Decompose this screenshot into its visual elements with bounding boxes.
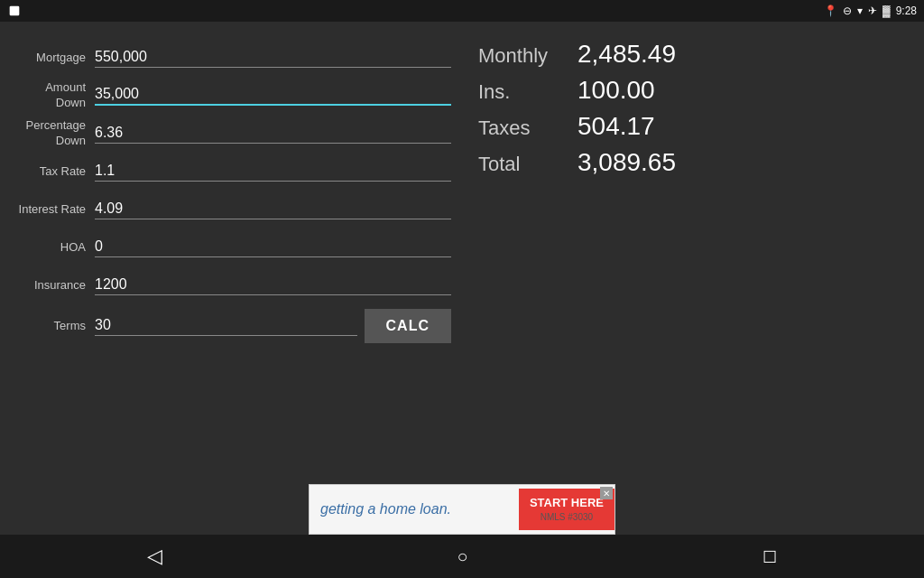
ad-button-line1: START HERE: [530, 496, 604, 509]
amount-down-input-container: [95, 86, 451, 106]
monthly-row: Monthly 2,485.49: [478, 40, 906, 69]
tax-rate-input-container: [95, 163, 451, 182]
insurance-input-container: [95, 276, 451, 295]
percentage-down-input[interactable]: [95, 125, 451, 141]
form-panel: Mortgage AmountDown PercentageDown Tax R…: [0, 31, 460, 471]
percentage-down-label: PercentageDown: [9, 118, 95, 149]
location-icon: 📍: [824, 5, 837, 17]
ad-button-line2: NMLS #3030: [530, 511, 604, 523]
nav-bar: [0, 535, 924, 578]
ad-text: getting a home loan.: [310, 494, 519, 525]
taxes-label: Taxes: [478, 117, 578, 140]
tax-rate-row: Tax Rate: [9, 154, 451, 190]
home-button[interactable]: [457, 545, 467, 568]
insurance-input[interactable]: [95, 276, 451, 293]
monthly-value: 2,485.49: [578, 40, 676, 69]
hoa-input[interactable]: [95, 238, 451, 255]
insurance-row: Insurance: [9, 267, 451, 303]
total-row: Total 3,089.65: [478, 148, 906, 177]
percentage-down-row: PercentageDown: [9, 116, 451, 152]
amount-down-label: AmountDown: [9, 80, 95, 111]
total-label: Total: [478, 153, 578, 176]
terms-input[interactable]: [95, 317, 357, 333]
percentage-down-input-container: [95, 125, 451, 144]
total-value: 3,089.65: [578, 148, 676, 177]
amount-down-input[interactable]: [95, 86, 451, 102]
terms-row: Terms CALC: [9, 309, 451, 343]
interest-rate-input-container: [95, 200, 451, 219]
tax-rate-input[interactable]: [95, 163, 451, 179]
results-panel: Monthly 2,485.49 Ins. 100.00 Taxes 504.1…: [460, 31, 924, 471]
svg-rect-0: [10, 6, 20, 16]
ad-close-button[interactable]: ✕: [600, 487, 613, 499]
main-content: Mortgage AmountDown PercentageDown Tax R…: [0, 22, 924, 480]
battery-icon: ▓: [882, 5, 891, 17]
back-button[interactable]: [147, 545, 162, 568]
mortgage-input[interactable]: [95, 49, 451, 65]
interest-rate-label: Interest Rate: [9, 202, 95, 218]
minus-icon: ⊖: [843, 5, 852, 17]
ins-label: Ins.: [478, 80, 578, 104]
monthly-label: Monthly: [478, 44, 578, 68]
wifi-icon: ▾: [857, 5, 863, 17]
terms-input-container: [95, 317, 357, 336]
terms-label: Terms: [9, 319, 95, 334]
taxes-value: 504.17: [578, 112, 655, 141]
app-icon: [7, 4, 22, 18]
mortgage-row: Mortgage: [9, 40, 451, 76]
status-bar: 📍 ⊖ ▾ ✈ ▓ 9:28: [0, 0, 924, 22]
ins-value: 100.00: [578, 76, 655, 105]
calc-button[interactable]: CALC: [365, 309, 451, 343]
time-display: 9:28: [896, 5, 917, 17]
interest-rate-row: Interest Rate: [9, 191, 451, 228]
airplane-icon: ✈: [868, 5, 877, 17]
insurance-label: Insurance: [9, 278, 95, 294]
amount-down-row: AmountDown: [9, 78, 451, 114]
mortgage-input-container: [95, 49, 451, 68]
ad-banner[interactable]: ✕ getting a home loan. START HERE NMLS #…: [309, 484, 615, 535]
recent-apps-button[interactable]: [762, 545, 777, 568]
insurance-result-row: Ins. 100.00: [478, 76, 906, 105]
interest-rate-input[interactable]: [95, 200, 451, 217]
hoa-label: HOA: [9, 240, 95, 256]
tax-rate-label: Tax Rate: [9, 164, 95, 180]
mortgage-label: Mortgage: [9, 51, 95, 66]
status-left: [7, 4, 22, 18]
taxes-row: Taxes 504.17: [478, 112, 906, 141]
hoa-input-container: [95, 238, 451, 257]
status-right: 📍 ⊖ ▾ ✈ ▓ 9:28: [824, 5, 917, 17]
hoa-row: HOA: [9, 229, 451, 266]
